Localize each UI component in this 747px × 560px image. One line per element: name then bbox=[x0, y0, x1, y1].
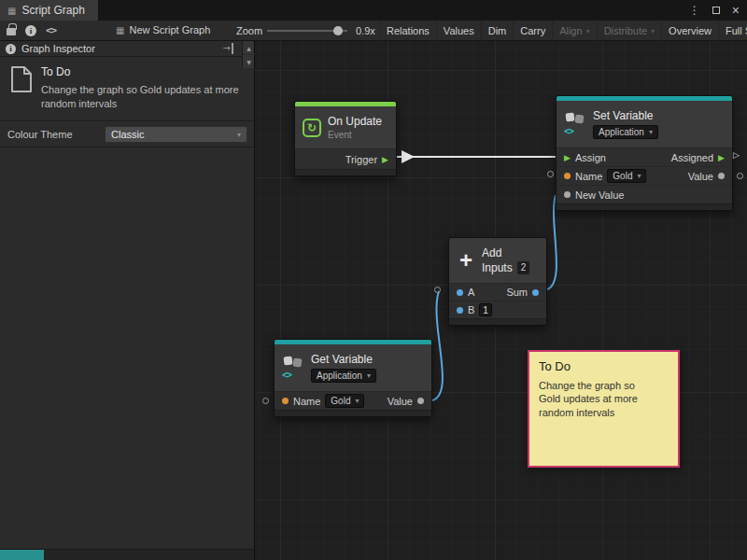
relations-button[interactable]: Relations bbox=[379, 21, 436, 41]
colour-theme-dropdown[interactable]: Classic ▾ bbox=[105, 126, 247, 143]
a-port-label: A bbox=[468, 287, 474, 298]
scrollbar-thumb[interactable] bbox=[0, 550, 44, 560]
chevron-down-icon: ▾ bbox=[355, 397, 359, 405]
flow-out-icon[interactable]: ▶ bbox=[382, 155, 388, 164]
colour-theme-value: Classic bbox=[111, 129, 144, 140]
lock-icon[interactable] bbox=[7, 28, 16, 35]
inspector-title: Graph Inspector bbox=[21, 43, 95, 54]
tab-label: Script Graph bbox=[21, 4, 84, 17]
new-script-graph-button[interactable]: ▦ New Script Graph bbox=[116, 24, 210, 35]
toolbar-buttons: Relations Values Dim Carry Align▾ Distri… bbox=[379, 21, 747, 41]
variable-icon: <> bbox=[282, 356, 304, 380]
node-set-variable[interactable]: <> Set Variable Application ▾ ▶ Assign A… bbox=[556, 95, 733, 211]
scroll-up-button[interactable]: ▲ bbox=[243, 41, 255, 55]
a-port-icon[interactable] bbox=[457, 289, 463, 296]
zoom-slider-handle[interactable] bbox=[333, 26, 343, 35]
colour-theme-row: Colour Theme Classic ▾ bbox=[0, 121, 254, 147]
node-subtitle: Event bbox=[328, 130, 382, 140]
wire-arrowhead-icon bbox=[402, 150, 415, 163]
flow-in-icon[interactable]: ▶ bbox=[564, 153, 571, 162]
b-value-field[interactable]: 1 bbox=[479, 303, 492, 316]
unity-visual-scripting-window: ▦ Script Graph ⋮ × i <> ▦ New Script Gra… bbox=[0, 0, 747, 560]
add-icon: + bbox=[457, 251, 475, 270]
colour-theme-label: Colour Theme bbox=[7, 129, 73, 140]
todo-title: To Do bbox=[41, 65, 70, 78]
info-icon: i bbox=[6, 44, 16, 54]
overview-button[interactable]: Overview bbox=[661, 21, 718, 41]
node-title: Set Variable bbox=[593, 109, 658, 122]
b-port-icon[interactable] bbox=[457, 307, 463, 314]
graph-inspector-panel: i Graph Inspector → ▲ ▼ To Do Change the… bbox=[0, 41, 255, 549]
new-value-port-icon[interactable] bbox=[564, 191, 571, 198]
fullscreen-button[interactable]: Full Screen bbox=[718, 21, 747, 41]
wire-getvalue-to-a[interactable] bbox=[432, 291, 443, 400]
node-get-variable[interactable]: <> Get Variable Application ▾ Name Gold bbox=[274, 339, 432, 417]
dock-icon[interactable]: → bbox=[223, 43, 233, 54]
new-script-graph-label: New Script Graph bbox=[129, 24, 210, 35]
name-port-label: Name bbox=[575, 171, 602, 182]
b-port-label: B bbox=[468, 304, 474, 315]
assigned-port-label: Assigned bbox=[671, 152, 713, 163]
chevron-down-icon: ▾ bbox=[586, 27, 590, 35]
zoom-value: 0.9x bbox=[356, 25, 375, 36]
value-port-label: Value bbox=[388, 396, 413, 407]
on-update-icon: ↻ bbox=[303, 119, 321, 137]
setvariable-left-port-circle[interactable] bbox=[547, 171, 554, 177]
node-title: On Update bbox=[328, 115, 382, 128]
sticky-note-title: To Do bbox=[539, 359, 669, 373]
add-a-port-circle[interactable] bbox=[434, 287, 441, 293]
node-on-update[interactable]: ↻ On Update Event Trigger ▶ bbox=[294, 101, 397, 176]
window-menu-icon[interactable]: ⋮ bbox=[689, 4, 700, 17]
node-title: Get Variable bbox=[311, 353, 376, 366]
distribute-button: Distribute▾ bbox=[597, 21, 661, 41]
graph-canvas[interactable]: ↻ On Update Event Trigger ▶ <> bbox=[255, 41, 747, 560]
string-port-icon[interactable] bbox=[282, 398, 289, 404]
variable-name-dropdown[interactable]: Gold ▾ bbox=[325, 394, 364, 408]
tab-script-graph[interactable]: ▦ Script Graph bbox=[0, 0, 98, 21]
todo-body: Change the graph so Gold updates at more… bbox=[41, 83, 241, 111]
script-graph-asset-icon: ▦ bbox=[116, 25, 124, 35]
variable-icon: <> bbox=[564, 112, 586, 136]
graph-toolbar: i <> ▦ New Script Graph Zoom 0.9x Relati… bbox=[0, 21, 747, 41]
sticky-note-body: Change the graph so Gold updates at more… bbox=[539, 379, 669, 419]
window-tab-bar: ▦ Script Graph ⋮ × bbox=[0, 0, 747, 21]
chevron-down-icon: ▾ bbox=[237, 131, 241, 139]
carry-button[interactable]: Carry bbox=[513, 21, 552, 41]
value-port-icon[interactable] bbox=[417, 398, 424, 404]
values-button[interactable]: Values bbox=[436, 21, 481, 41]
chevron-down-icon: ▾ bbox=[651, 27, 655, 35]
code-icon[interactable]: <> bbox=[46, 24, 56, 36]
chevron-down-icon: ▾ bbox=[649, 128, 653, 136]
sticky-note[interactable]: To Do Change the graph so Gold updates a… bbox=[528, 350, 680, 468]
variable-scope-dropdown[interactable]: Application ▾ bbox=[593, 125, 658, 139]
inputs-count-field[interactable]: 2 bbox=[517, 261, 530, 274]
inspector-header: i Graph Inspector → bbox=[0, 41, 254, 57]
sum-port-label: Sum bbox=[506, 287, 528, 298]
close-icon[interactable]: × bbox=[732, 4, 740, 17]
setvariable-value-port-circle[interactable] bbox=[737, 173, 743, 179]
node-title: Add bbox=[482, 246, 529, 259]
variable-scope-dropdown[interactable]: Application ▾ bbox=[311, 369, 376, 383]
new-value-port-label: New Value bbox=[575, 189, 624, 201]
assigned-out-port-icon[interactable]: ▷ bbox=[733, 150, 740, 160]
info-icon[interactable]: i bbox=[25, 25, 36, 36]
value-port-icon[interactable] bbox=[718, 173, 725, 179]
variable-name-dropdown[interactable]: Gold ▾ bbox=[607, 169, 646, 183]
node-subtitle: Inputs bbox=[482, 261, 513, 274]
dim-button[interactable]: Dim bbox=[481, 21, 514, 41]
value-port-label: Value bbox=[688, 171, 713, 182]
inspector-todo-section: To Do Change the graph so Gold updates a… bbox=[0, 58, 254, 121]
name-port-label: Name bbox=[293, 396, 320, 407]
align-button: Align▾ bbox=[552, 21, 596, 41]
chevron-down-icon: ▾ bbox=[637, 172, 641, 180]
zoom-label: Zoom bbox=[236, 25, 262, 36]
maximize-icon[interactable] bbox=[712, 7, 720, 14]
assign-port-label: Assign bbox=[575, 152, 606, 163]
flow-out-icon[interactable]: ▶ bbox=[718, 153, 725, 162]
node-add[interactable]: + Add Inputs 2 A Sum bbox=[448, 237, 547, 326]
getvariable-name-port-circle[interactable] bbox=[262, 398, 269, 404]
string-port-icon[interactable] bbox=[564, 173, 571, 179]
chevron-down-icon: ▾ bbox=[367, 371, 371, 380]
script-graph-icon: ▦ bbox=[7, 6, 16, 16]
sum-port-icon[interactable] bbox=[532, 289, 539, 296]
